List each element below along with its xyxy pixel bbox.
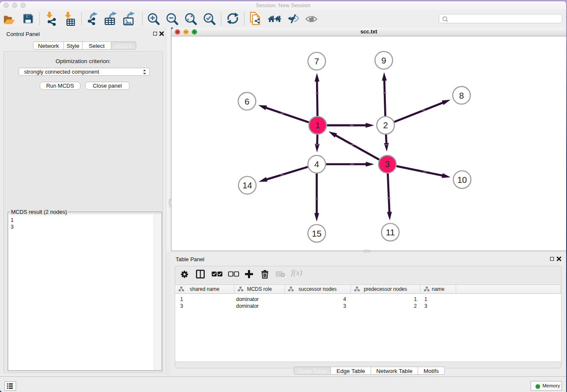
svg-text:8: 8 <box>459 91 464 100</box>
svg-text:6: 6 <box>245 97 249 106</box>
svg-text:2: 2 <box>383 120 388 130</box>
svg-text:14: 14 <box>242 180 252 190</box>
svg-text:10: 10 <box>457 175 467 185</box>
svg-text:9: 9 <box>381 55 386 65</box>
svg-text:3: 3 <box>385 159 390 169</box>
svg-text:11: 11 <box>386 227 395 237</box>
svg-text:1: 1 <box>315 120 320 130</box>
svg-text:7: 7 <box>314 56 319 66</box>
svg-text:15: 15 <box>312 229 322 238</box>
svg-text:4: 4 <box>314 159 319 169</box>
